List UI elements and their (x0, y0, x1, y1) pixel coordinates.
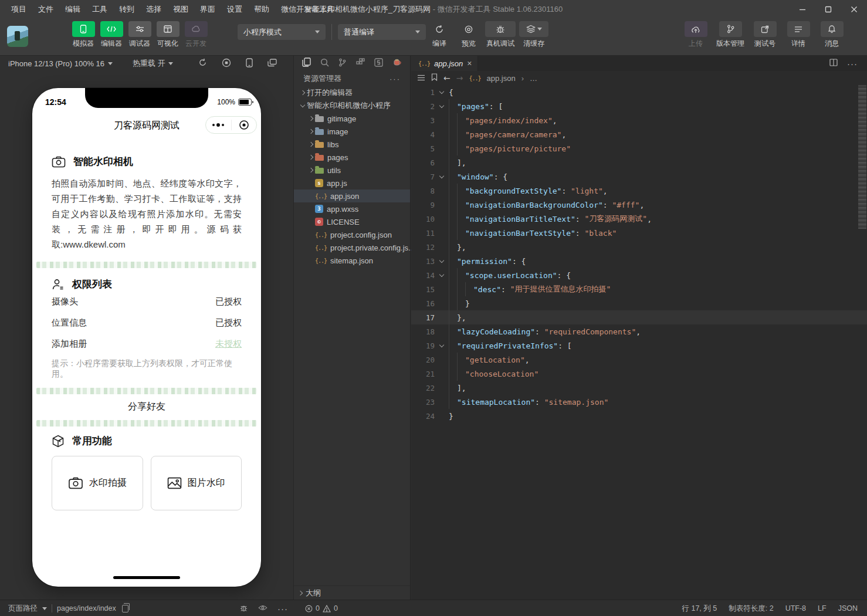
share-button[interactable]: 分享好友 (128, 401, 165, 413)
code-line-11[interactable]: 11"navigationBarTextStyle": "black" (411, 226, 867, 240)
split-editor-icon[interactable] (829, 58, 838, 69)
upload-button[interactable]: 上传 (683, 21, 709, 49)
market-icon[interactable] (392, 58, 402, 69)
code-line-2[interactable]: 2"pages": [ (411, 99, 867, 113)
permission-row[interactable]: 添加相册未授权 (52, 333, 242, 354)
simulator-toggle[interactable]: 模拟器 (69, 21, 97, 49)
tree-item-app.wxss[interactable]: 3app.wxss (294, 202, 410, 215)
language-mode[interactable]: JSON (838, 604, 858, 612)
outline-list-icon[interactable] (417, 74, 425, 83)
layout-icon[interactable] (157, 21, 180, 37)
clear-cache-button[interactable]: 清缓存 (519, 21, 548, 49)
code-line-5[interactable]: 5"pages/picture/picture" (411, 141, 867, 155)
menu-item-视图[interactable]: 视图 (168, 2, 194, 16)
page-path-value[interactable]: pages/index/index (57, 604, 116, 612)
fold-chevron-icon[interactable] (435, 176, 449, 178)
tree-item-project.config.json[interactable]: {..}project.config.json (294, 228, 410, 241)
problems-indicator[interactable]: 0 0 (305, 600, 338, 616)
menu-item-编辑[interactable]: 编辑 (60, 2, 86, 16)
tree-item-LICENSE[interactable]: ©LICENSE (294, 215, 410, 228)
version-manage-button[interactable]: 版本管理 (716, 21, 744, 49)
code-area[interactable]: 1{2"pages": [3"pages/index/index",4"page… (411, 85, 867, 423)
layers-icon[interactable] (519, 21, 548, 37)
eol[interactable]: LF (818, 604, 827, 612)
branch-icon[interactable] (719, 21, 742, 37)
close-tab-icon[interactable]: × (467, 59, 472, 67)
bug-icon[interactable] (239, 604, 248, 614)
menu-item-项目[interactable]: 项目 (6, 2, 32, 16)
bell-icon[interactable] (821, 21, 844, 37)
code-line-6[interactable]: 6], (411, 155, 867, 170)
menu-item-选择[interactable]: 选择 (141, 2, 167, 16)
sliders-icon[interactable] (128, 21, 151, 37)
code-line-9[interactable]: 9"navigationBarBackgroundColor": "#fff", (411, 198, 867, 212)
more-icon[interactable] (206, 123, 231, 127)
tree-item-sitemap.json[interactable]: {..}sitemap.json (294, 254, 410, 267)
code-line-7[interactable]: 7"window": { (411, 170, 867, 184)
code-line-20[interactable]: 20"getLocation", (411, 353, 867, 367)
device-frame-icon[interactable] (246, 58, 253, 69)
menu-item-设置[interactable]: 设置 (222, 2, 248, 16)
multi-window-icon[interactable] (267, 59, 277, 69)
tree-item-libs[interactable]: libs (294, 138, 410, 151)
page-path-label[interactable]: 页面路径 (8, 604, 38, 614)
mode-select[interactable]: 小程序模式 (238, 24, 326, 40)
stop-icon[interactable] (222, 58, 231, 69)
code-line-22[interactable]: 22], (411, 381, 867, 395)
code-line-4[interactable]: 4"pages/camera/camera", (411, 127, 867, 141)
files-icon[interactable] (302, 57, 311, 69)
fold-chevron-icon[interactable] (435, 106, 449, 107)
test-account-button[interactable]: 测试号 (752, 21, 778, 49)
refresh-icon[interactable] (428, 21, 451, 37)
code-line-12[interactable]: 12}, (411, 240, 867, 254)
eye-icon[interactable] (258, 604, 267, 613)
cloud-icon[interactable] (185, 21, 208, 37)
cloud-dev-toggle[interactable]: 云开发 (182, 21, 210, 49)
code-line-3[interactable]: 3"pages/index/index", (411, 113, 867, 127)
remote-debug-button[interactable]: 真机调试 (485, 21, 516, 49)
permission-row[interactable]: 位置信息已授权 (52, 312, 242, 333)
source-control-icon[interactable] (338, 58, 346, 69)
fold-chevron-icon[interactable] (435, 260, 449, 262)
tab-size[interactable]: 制表符长度: 2 (729, 604, 773, 614)
code-line-1[interactable]: 1{ (411, 85, 867, 99)
visual-toggle[interactable]: 可视化 (154, 21, 182, 49)
close-icon[interactable] (841, 0, 867, 19)
device-select[interactable]: iPhone 12/13 (Pro) 100% 16 (8, 59, 113, 68)
code-line-14[interactable]: 14"scope.userLocation": { (411, 268, 867, 282)
tree-item-app.js[interactable]: sapp.js (294, 177, 410, 189)
editor-toggle[interactable]: 编辑器 (97, 21, 126, 49)
messages-button[interactable]: 消息 (819, 21, 845, 49)
breadcrumb-file[interactable]: app.json (487, 74, 516, 83)
tree-item-app.json[interactable]: {..}app.json (294, 189, 410, 202)
more-icon[interactable]: ··· (277, 604, 288, 614)
tree-item-project.private.config.js...[interactable]: {..}project.private.config.js... (294, 241, 410, 254)
tab-app-json[interactable]: {..} app.json × (411, 56, 478, 71)
watermark-shoot-card[interactable]: 水印拍摄 (52, 456, 143, 510)
debugger-toggle[interactable]: 调试器 (126, 21, 154, 49)
picture-watermark-card[interactable]: 图片水印 (151, 456, 242, 510)
code-line-24[interactable]: 24} (411, 409, 867, 423)
code-line-8[interactable]: 8"backgroundTextStyle": "light", (411, 184, 867, 198)
exit-target-icon[interactable] (232, 120, 257, 130)
back-icon[interactable]: ← (443, 73, 451, 83)
menu-item-工具[interactable]: 工具 (87, 2, 113, 16)
menu-item-帮助[interactable]: 帮助 (249, 2, 275, 16)
more-actions-icon[interactable]: ··· (847, 59, 858, 69)
menu-item-文件[interactable]: 文件 (33, 2, 59, 16)
phone-icon[interactable] (72, 21, 95, 37)
compile-select[interactable]: 普通编译 (338, 24, 426, 40)
fold-chevron-icon[interactable] (435, 275, 449, 276)
encoding[interactable]: UTF-8 (785, 604, 806, 612)
code-line-21[interactable]: 21"chooseLocation" (411, 367, 867, 381)
compile-button[interactable]: 编译 (426, 21, 452, 49)
breadcrumb-more[interactable]: … (530, 74, 537, 83)
code-line-13[interactable]: 13"permission": { (411, 254, 867, 268)
code-line-17[interactable]: 17}, (411, 310, 867, 324)
forward-icon[interactable]: → (456, 73, 463, 83)
fold-chevron-icon[interactable] (435, 92, 449, 93)
tree-item--[interactable]: 打开的编辑器 (294, 86, 410, 99)
menu-item-界面[interactable]: 界面 (195, 2, 221, 16)
menu-item-转到[interactable]: 转到 (114, 2, 140, 16)
tree-item-pages[interactable]: pages (294, 151, 410, 164)
